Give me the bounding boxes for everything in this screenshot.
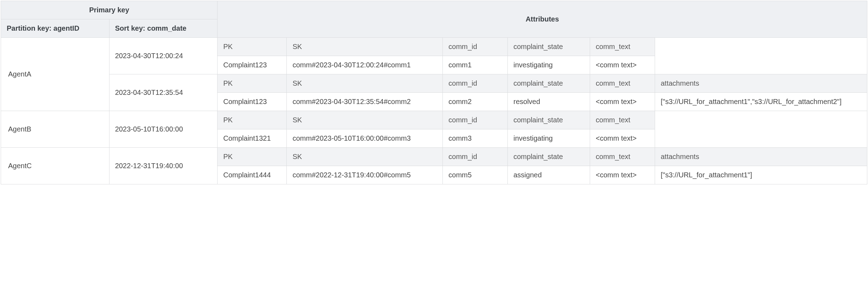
cell-sk: comm#2022-12-31T19:40:00#comm5 [287, 166, 443, 184]
cell-pk: Complaint123 [218, 93, 287, 111]
table-row: 2023-04-30T12:35:54 PK SK comm_id compla… [1, 74, 867, 93]
header-attributes: Attributes [218, 1, 867, 38]
col-comm-id: comm_id [443, 74, 508, 93]
col-pk: PK [218, 74, 287, 93]
table-row: AgentA 2023-04-30T12:00:24 PK SK comm_id… [1, 38, 867, 56]
cell-comm-id: comm5 [443, 166, 508, 184]
cell-date: 2023-04-30T12:35:54 [109, 74, 218, 111]
cell-agent: AgentA [1, 38, 109, 111]
cell-comm-id: comm2 [443, 93, 508, 111]
cell-comm-id: comm3 [443, 129, 508, 148]
header-partition-key: Partition key: agentID [1, 19, 109, 38]
col-sk: SK [287, 74, 443, 93]
cell-complaint-state: assigned [507, 166, 590, 184]
cell-comm-text: <comm text> [590, 129, 655, 148]
cell-comm-text: <comm text> [590, 166, 655, 184]
col-comm-text: comm_text [590, 38, 655, 56]
cell-attachments: ["s3://URL_for_attachment1","s3://URL_fo… [655, 93, 867, 111]
header-row-1: Primary key Attributes [1, 1, 867, 19]
table-row: AgentC 2022-12-31T19:40:00 PK SK comm_id… [1, 148, 867, 166]
col-attachments: attachments [655, 148, 867, 166]
cell-sk: comm#2023-04-30T12:00:24#comm1 [287, 56, 443, 74]
col-complaint-state: complaint_state [507, 111, 590, 129]
cell-comm-text: <comm text> [590, 93, 655, 111]
col-sk: SK [287, 148, 443, 166]
col-comm-id: comm_id [443, 111, 508, 129]
cell-pk: Complaint1321 [218, 129, 287, 148]
cell-complaint-state: resolved [507, 93, 590, 111]
header-primary-key: Primary key [1, 1, 218, 19]
col-pk: PK [218, 148, 287, 166]
cell-attachments [655, 38, 867, 74]
col-sk: SK [287, 38, 443, 56]
col-pk: PK [218, 38, 287, 56]
cell-date: 2022-12-31T19:40:00 [109, 148, 218, 184]
header-sort-key: Sort key: comm_date [109, 19, 218, 38]
cell-attachments [655, 111, 867, 148]
table-row: AgentB 2023-05-10T16:00:00 PK SK comm_id… [1, 111, 867, 129]
cell-complaint-state: investigating [507, 56, 590, 74]
cell-pk: Complaint123 [218, 56, 287, 74]
col-complaint-state: complaint_state [507, 148, 590, 166]
cell-agent: AgentB [1, 111, 109, 148]
cell-complaint-state: investigating [507, 129, 590, 148]
cell-date: 2023-04-30T12:00:24 [109, 38, 218, 74]
cell-sk: comm#2023-05-10T16:00:00#comm3 [287, 129, 443, 148]
cell-date: 2023-05-10T16:00:00 [109, 111, 218, 148]
col-comm-text: comm_text [590, 148, 655, 166]
col-complaint-state: complaint_state [507, 38, 590, 56]
cell-comm-text: <comm text> [590, 56, 655, 74]
cell-pk: Complaint1444 [218, 166, 287, 184]
col-complaint-state: complaint_state [507, 74, 590, 93]
col-attachments: attachments [655, 74, 867, 93]
col-comm-text: comm_text [590, 111, 655, 129]
col-sk: SK [287, 111, 443, 129]
dynamodb-data-table: Primary key Attributes Partition key: ag… [1, 1, 867, 184]
col-comm-text: comm_text [590, 74, 655, 93]
col-comm-id: comm_id [443, 148, 508, 166]
cell-sk: comm#2023-04-30T12:35:54#comm2 [287, 93, 443, 111]
cell-agent: AgentC [1, 148, 109, 184]
col-comm-id: comm_id [443, 38, 508, 56]
col-pk: PK [218, 111, 287, 129]
cell-comm-id: comm1 [443, 56, 508, 74]
cell-attachments: ["s3://URL_for_attachment1"] [655, 166, 867, 184]
